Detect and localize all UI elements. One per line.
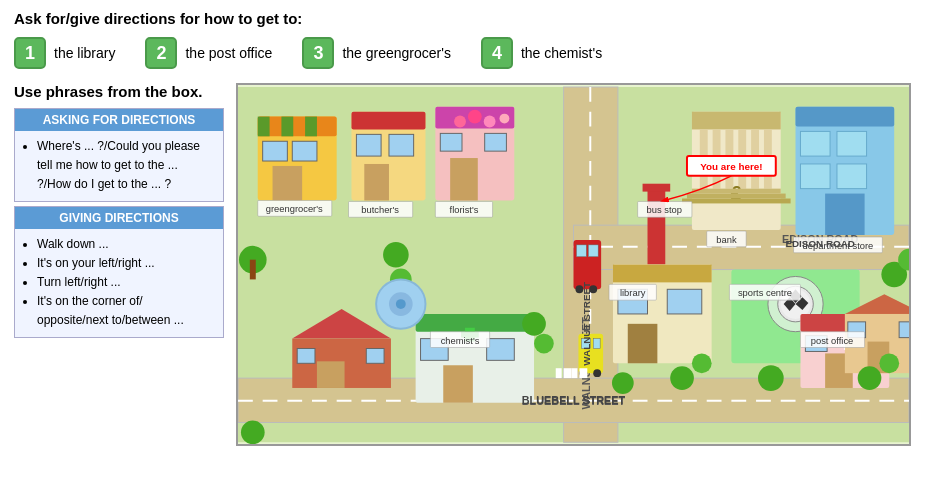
svg-text:greengrocer's: greengrocer's: [266, 204, 323, 214]
use-phrases-title: Use phrases from the box.: [14, 83, 224, 100]
svg-point-93: [522, 312, 546, 336]
svg-rect-49: [837, 131, 867, 156]
badge-2: 2: [145, 37, 177, 69]
badge-3: 3: [302, 37, 334, 69]
svg-rect-13: [263, 141, 288, 161]
svg-rect-51: [837, 164, 867, 189]
svg-rect-25: [450, 158, 478, 200]
svg-rect-45: [682, 199, 791, 204]
svg-rect-52: [825, 194, 864, 235]
svg-text:You are here!: You are here!: [700, 161, 762, 172]
svg-rect-89: [250, 260, 256, 280]
asking-phrase-1: Where's ... ?/Could you please tell me h…: [37, 137, 215, 195]
svg-rect-67: [317, 361, 345, 388]
svg-rect-43: [692, 189, 781, 194]
label-1: the library: [54, 45, 115, 61]
map-panel: WALNUT STREET BLUEBELL STREET EDISON ROA…: [236, 83, 911, 446]
item-1: 1 the library: [14, 37, 115, 69]
svg-rect-33: [643, 184, 671, 192]
svg-rect-119: [579, 368, 587, 378]
svg-rect-20: [364, 164, 389, 201]
label-4: the chemist's: [521, 45, 602, 61]
svg-point-94: [534, 334, 554, 354]
asking-box: ASKING FOR DIRECTIONS Where's ... ?/Coul…: [14, 108, 224, 202]
svg-text:library: library: [620, 288, 646, 298]
svg-point-98: [858, 366, 882, 390]
svg-rect-15: [258, 117, 270, 137]
asking-header: ASKING FOR DIRECTIONS: [15, 109, 223, 131]
svg-rect-11: [258, 117, 337, 137]
svg-rect-55: [628, 324, 658, 363]
giving-phrase-3: Turn left/right ...: [37, 273, 215, 292]
asking-phrases: Where's ... ?/Could you please tell me h…: [15, 131, 223, 201]
svg-point-115: [396, 299, 406, 309]
svg-point-29: [468, 110, 482, 124]
label-3: the greengrocer's: [342, 45, 451, 61]
svg-text:bank: bank: [716, 235, 737, 245]
svg-rect-117: [556, 368, 562, 378]
giving-header: GIVING DIRECTIONS: [15, 207, 223, 229]
svg-point-30: [484, 116, 496, 128]
svg-rect-26: [440, 133, 462, 151]
svg-point-31: [499, 114, 509, 124]
svg-rect-21: [356, 134, 381, 156]
svg-point-96: [692, 353, 712, 373]
giving-box: GIVING DIRECTIONS Walk down ... It's on …: [14, 206, 224, 338]
svg-point-112: [593, 369, 601, 377]
svg-text:chemist's: chemist's: [441, 336, 480, 346]
item-4: 4 the chemist's: [481, 37, 602, 69]
numbered-items-row: 1 the library 2 the post office 3 the gr…: [14, 37, 911, 69]
svg-rect-48: [800, 131, 830, 156]
main-row: Use phrases from the box. ASKING FOR DIR…: [14, 83, 911, 446]
map-svg: WALNUT STREET BLUEBELL STREET EDISON ROA…: [238, 85, 909, 444]
svg-text:EDISON ROAD: EDISON ROAD: [785, 238, 855, 249]
svg-text:sports centre: sports centre: [738, 288, 792, 298]
svg-rect-71: [416, 314, 534, 332]
svg-text:bus stop: bus stop: [647, 205, 682, 215]
svg-rect-116: [564, 368, 572, 378]
svg-point-90: [241, 421, 265, 445]
giving-phrase-4: It's on the corner of/ opposite/next to/…: [37, 292, 215, 330]
svg-rect-27: [485, 133, 507, 151]
svg-point-97: [758, 365, 784, 391]
svg-point-99: [879, 353, 899, 373]
item-3: 3 the greengrocer's: [302, 37, 451, 69]
svg-text:post office: post office: [811, 336, 854, 346]
svg-rect-44: [687, 194, 786, 199]
svg-rect-19: [351, 112, 425, 130]
giving-phrase-1: Walk down ...: [37, 235, 215, 254]
svg-rect-14: [292, 141, 317, 161]
svg-rect-69: [366, 348, 384, 363]
svg-rect-72: [443, 365, 473, 402]
svg-rect-16: [281, 117, 293, 137]
svg-rect-110: [593, 339, 600, 349]
svg-rect-104: [576, 245, 586, 257]
svg-point-91: [383, 242, 409, 268]
svg-rect-74: [487, 339, 515, 361]
svg-point-28: [454, 116, 466, 128]
giving-phrase-2: It's on your left/right ...: [37, 254, 215, 273]
svg-text:BLUEBELL STREET: BLUEBELL STREET: [522, 394, 626, 406]
svg-point-100: [612, 372, 634, 394]
label-2: the post office: [185, 45, 272, 61]
svg-rect-17: [305, 117, 317, 137]
svg-rect-87: [899, 322, 909, 338]
svg-text:florist's: florist's: [450, 205, 479, 215]
svg-rect-32: [648, 186, 666, 265]
svg-point-95: [670, 366, 694, 390]
svg-rect-118: [572, 368, 578, 378]
giving-phrases: Walk down ... It's on your left/right ..…: [15, 229, 223, 337]
item-2: 2 the post office: [145, 37, 272, 69]
svg-text:butcher's: butcher's: [361, 205, 399, 215]
svg-rect-12: [273, 166, 303, 201]
left-panel: Use phrases from the box. ASKING FOR DIR…: [14, 83, 224, 446]
svg-rect-50: [800, 164, 830, 189]
svg-rect-68: [297, 348, 315, 363]
svg-rect-105: [588, 245, 598, 257]
badge-1: 1: [14, 37, 46, 69]
svg-rect-47: [796, 107, 895, 127]
badge-4: 4: [481, 37, 513, 69]
svg-text:WALNUT STREET: WALNUT STREET: [581, 282, 592, 366]
svg-rect-54: [613, 265, 712, 283]
svg-rect-57: [667, 289, 702, 314]
